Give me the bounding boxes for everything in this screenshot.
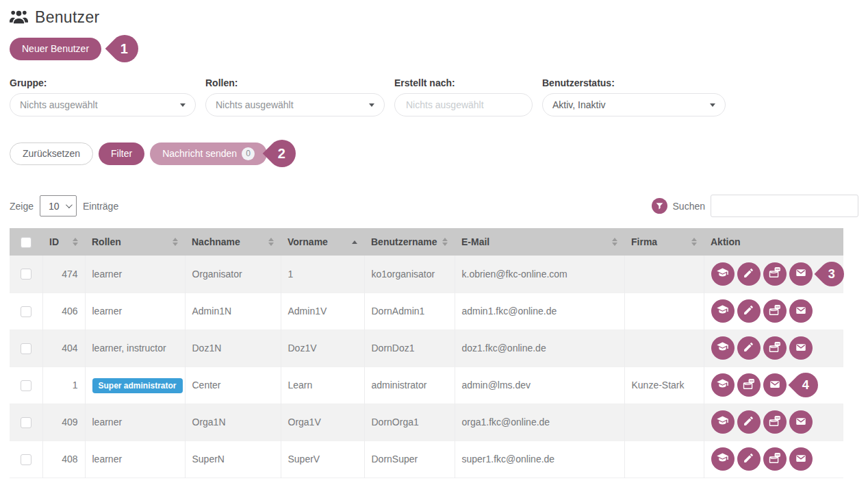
checkbox-cell (10, 330, 42, 367)
erstellt-nach-label: Erstellt nach: (394, 77, 533, 88)
select-all-checkbox[interactable] (21, 237, 31, 248)
company-cell: Kunze-Stark (624, 367, 704, 404)
users-table: IDRollenNachnameVornameBenutzernameE-Mai… (10, 228, 843, 478)
send-message-count-badge: 0 (242, 147, 255, 160)
page-size-select[interactable]: 10 (40, 195, 77, 216)
gruppe-value: Nichts ausgewählt (20, 99, 98, 110)
lastname-cell: SuperN (185, 441, 281, 478)
firstname-cell: Admin1V (281, 293, 364, 330)
lastname-cell: Doz1N (185, 330, 281, 367)
company-cell (624, 330, 704, 367)
entries-label: Einträge (83, 201, 118, 212)
courses-icon (716, 414, 729, 430)
mail-button[interactable] (789, 336, 813, 360)
message-button[interactable] (763, 410, 787, 434)
edit-button[interactable] (737, 262, 761, 286)
row-checkbox[interactable] (21, 306, 31, 317)
firstname-cell: Orga1V (281, 404, 364, 441)
row-checkbox[interactable] (21, 417, 31, 428)
roles-text: learner (92, 269, 123, 280)
column-header-id[interactable]: ID (42, 228, 85, 256)
roles-cell: Super administrator (85, 367, 185, 404)
mail-button[interactable] (789, 299, 813, 323)
column-header-benutzername[interactable]: Benutzername (364, 228, 455, 256)
action-cell (704, 293, 843, 330)
courses-icon (716, 377, 729, 393)
id-cell: 409 (42, 404, 85, 441)
mail-button[interactable] (789, 262, 813, 286)
rollen-select[interactable]: Nichts ausgewählt (205, 93, 385, 116)
edit-button[interactable] (737, 410, 761, 434)
callout-3: 3 (814, 256, 849, 291)
column-header-firma[interactable]: Firma (624, 228, 704, 256)
username-cell: DornAdmin1 (364, 293, 455, 330)
edit-icon (743, 304, 754, 318)
chevron-down-icon (369, 103, 374, 107)
id-cell: 408 (42, 441, 85, 478)
message-button[interactable] (737, 373, 761, 397)
courses-button[interactable] (711, 410, 735, 434)
column-header-aktion: Aktion (704, 228, 843, 256)
filter-group-erstellt-nach: Erstellt nach: (394, 77, 533, 116)
edit-button[interactable] (737, 299, 761, 323)
column-header-nachname[interactable]: Nachname (185, 228, 281, 256)
new-user-button[interactable]: Neuer Benutzer (10, 38, 101, 60)
table-row: 406learnerAdmin1NAdmin1VDornAdmin1admin1… (10, 293, 843, 330)
row-checkbox[interactable] (21, 380, 31, 391)
benutzerstatus-select[interactable]: Aktiv, Inaktiv (542, 93, 726, 116)
table-row: 474learnerOrganisator1ko1organisatork.ob… (10, 256, 843, 293)
company-cell (624, 441, 704, 478)
send-message-button[interactable]: Nachricht senden 0 (150, 143, 267, 165)
message-button[interactable] (763, 336, 787, 360)
edit-button[interactable] (737, 447, 761, 471)
gruppe-select[interactable]: Nichts ausgewählt (10, 93, 196, 116)
email-cell: super1.fkc@online.de (455, 441, 624, 478)
checkbox-cell (10, 441, 42, 478)
firstname-cell: SuperV (281, 441, 364, 478)
action-cell (704, 441, 843, 478)
company-cell (624, 256, 704, 293)
message-button[interactable] (763, 262, 787, 286)
filter-button[interactable]: Filter (99, 143, 144, 165)
row-checkbox[interactable] (21, 454, 31, 465)
page-size-value: 10 (49, 201, 60, 212)
courses-button[interactable] (711, 373, 735, 397)
search-input[interactable] (711, 195, 858, 217)
message-button[interactable] (763, 447, 787, 471)
row-checkbox[interactable] (21, 269, 31, 280)
mail-icon (795, 267, 807, 281)
roles-cell: learner (85, 441, 185, 478)
checkbox-cell (10, 404, 42, 441)
column-header-vorname[interactable]: Vorname (281, 228, 364, 256)
send-message-label: Nachricht senden (162, 148, 237, 159)
gruppe-label: Gruppe: (10, 77, 196, 88)
table-row: 1Super administratorCenterLearnadministr… (10, 367, 843, 404)
edit-button[interactable] (737, 336, 761, 360)
row-checkbox[interactable] (21, 343, 31, 354)
filter-bar: Gruppe: Nichts ausgewählt Rollen: Nichts… (10, 77, 858, 116)
courses-button[interactable] (711, 336, 735, 360)
mail-button[interactable] (789, 410, 813, 434)
sort-icon (442, 238, 448, 246)
users-admin-page: Benutzer Neuer Benutzer 1 Gruppe: Nichts… (0, 0, 868, 478)
courses-button[interactable] (711, 262, 735, 286)
rollen-label: Rollen: (205, 77, 385, 88)
erstellt-nach-input[interactable] (405, 99, 522, 111)
lastname-cell: Admin1N (185, 293, 281, 330)
filter-group-benutzerstatus: Benutzerstatus: Aktiv, Inaktiv (542, 77, 726, 116)
roles-cell: learner (85, 404, 185, 441)
mail-button[interactable] (789, 447, 813, 471)
courses-button[interactable] (711, 447, 735, 471)
checkbox-cell (10, 293, 42, 330)
mail-button[interactable] (763, 373, 787, 397)
table-row: 404learner, instructorDoz1NDoz1VDornDoz1… (10, 330, 843, 367)
reset-button[interactable]: Zurücksetzen (10, 143, 93, 165)
courses-button[interactable] (711, 299, 735, 323)
message-button[interactable] (763, 299, 787, 323)
column-header-rollen[interactable]: Rollen (85, 228, 185, 256)
callout-4: 4 (788, 368, 823, 403)
column-header-e-mail[interactable]: E-Mail (455, 228, 624, 256)
edit-icon (743, 267, 754, 281)
filter-funnel-icon (652, 198, 667, 214)
users-icon (10, 8, 28, 27)
